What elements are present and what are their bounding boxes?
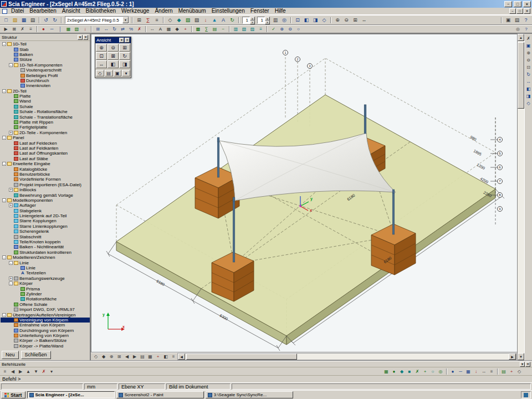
ucs-icon[interactable]: +	[181, 26, 190, 33]
vp-wireframe-icon[interactable]: ◇	[92, 354, 100, 360]
command-input[interactable]	[21, 376, 532, 382]
expander-icon[interactable]: -	[2, 255, 6, 259]
tree-item-bertragen-aufteilen-vereinigen[interactable]: -Übertragen/Aufteilen/Vereinigen	[1, 312, 90, 317]
menu-item-datei[interactable]: Datei	[8, 8, 27, 14]
mdi-document-icon[interactable]	[2, 9, 7, 14]
vp-grid-icon[interactable]: ▦	[146, 354, 154, 360]
column-icon[interactable]: │	[56, 26, 64, 33]
delete-icon[interactable]: ✗	[135, 26, 144, 33]
vp-prev-view-icon[interactable]: ◀	[123, 354, 131, 360]
context-help-icon[interactable]: ?	[522, 26, 530, 33]
expander-icon[interactable]: -	[9, 261, 13, 265]
clean-model-icon[interactable]: ○	[294, 26, 303, 33]
beam-icon[interactable]: ─	[48, 26, 56, 33]
minimize-icon[interactable]: −	[504, 1, 512, 7]
select-pointer-icon[interactable]: ▶	[2, 26, 10, 33]
menu-item-ansicht[interactable]: Ansicht	[59, 8, 83, 14]
expander-icon[interactable]: -	[2, 136, 6, 140]
expander-icon[interactable]: -	[2, 42, 6, 46]
snap-tangent-icon[interactable]: ○	[429, 368, 437, 375]
expander-icon[interactable]: +	[9, 277, 13, 280]
palette-dropdown-icon[interactable]: ▼	[119, 38, 124, 43]
engineering-report-icon[interactable]: ≡	[152, 16, 161, 24]
vp-shaded-icon[interactable]: ◆	[100, 354, 108, 360]
close-button[interactable]: Schließen	[21, 351, 51, 359]
activity-level-spinner[interactable]: 1▲▼	[242, 17, 255, 24]
horizontal-scroll-thumb[interactable]	[186, 354, 297, 360]
tree-item-vereinigung-von-k-rpern[interactable]: Vereinigung von Körpern	[1, 318, 90, 323]
snap-mode-icon[interactable]: ◆	[173, 26, 181, 33]
scroll-left-icon[interactable]: ◀	[178, 354, 185, 360]
zoom-out-icon[interactable]: ⊖	[108, 44, 119, 52]
tree-item-bema-ungswerkzeuge[interactable]: +Bemaßungswerkzeuge	[1, 276, 90, 281]
tree-item-durchbruch[interactable]: Durchbruch	[1, 78, 90, 83]
copy-picture-icon[interactable]: ▣	[114, 70, 122, 76]
tree-item-st-tze[interactable]: Stütze	[1, 57, 90, 62]
layer-manager-icon[interactable]: ▤	[500, 368, 508, 375]
tree-item-schale[interactable]: Schale	[1, 104, 90, 109]
menu-item-fenster[interactable]: Fenster	[248, 8, 272, 14]
horizontal-scrollbar[interactable]: ◀ ▶	[177, 353, 516, 360]
menu-item-men-baum[interactable]: Menübaum	[176, 8, 209, 14]
menu-item-hilfe[interactable]: Hilfe	[272, 8, 289, 14]
scale-icon[interactable]: %	[127, 26, 135, 33]
tree-item-durchdringung-von-k-rpern[interactable]: Durchdringung von Körpern	[1, 328, 90, 332]
snap-midpoint-icon[interactable]: ◆	[398, 368, 406, 375]
plate-icon[interactable]: ▦	[64, 26, 73, 33]
print-view-icon[interactable]: ▤	[105, 70, 113, 76]
connect-members-icon[interactable]: ⊕	[278, 26, 286, 33]
menu-item-werkzeuge[interactable]: Werkzeuge	[119, 8, 152, 14]
filter-beams-icon[interactable]: ─	[457, 368, 464, 375]
tree-item-linie[interactable]: Linie	[1, 265, 90, 270]
tree-item-schale-translationsfl-che[interactable]: Schale - Translationsfläche	[1, 114, 90, 119]
tree-item-unterteilung-von-k-rpern[interactable]: Unterteilung von Körpern	[1, 333, 90, 338]
rotate-view-icon[interactable]: ↻	[119, 52, 130, 60]
horizontal-scroll-track[interactable]	[297, 354, 509, 360]
vp-next-view-icon[interactable]: ▶	[131, 354, 139, 360]
combo-dropdown-icon[interactable]: ▼	[122, 17, 129, 23]
view-top-icon[interactable]: ◨	[119, 60, 130, 68]
dock-close-icon[interactable]: ✗	[525, 35, 532, 42]
help-icon[interactable]: ?	[521, 16, 530, 24]
view-front-icon[interactable]: ◧	[302, 16, 311, 24]
preview-icon[interactable]: ▨	[248, 26, 257, 33]
tree-item-scherengelenk[interactable]: Scherengelenk	[1, 229, 90, 234]
expander-icon[interactable]: +	[9, 203, 13, 207]
cmd-next-icon[interactable]: ▶	[17, 368, 24, 375]
tree-item-benutzerbl-cke[interactable]: Benutzerblöcke	[1, 172, 90, 177]
viewport-3d[interactable]: 6180 6300 6180 6180 980 1895 1200 4200 2…	[91, 34, 517, 352]
maximize-icon[interactable]: □	[514, 1, 521, 7]
ucs-manager-icon[interactable]: +	[508, 368, 515, 375]
tree-item-projekt-importieren-esa-datei[interactable]: Projekt importieren (ESA-Datei)	[1, 182, 90, 187]
show-loads-icon[interactable]: ↓	[201, 16, 210, 24]
dock-zoom-all-icon[interactable]: ⊡	[525, 64, 532, 70]
tree-item-stab[interactable]: Stab	[1, 47, 90, 52]
tree-item-erweiterte-eingabe[interactable]: -Erweiterte Eingabe	[1, 161, 90, 166]
tree-item-innenknoten[interactable]: Innenknoten	[1, 83, 90, 88]
cmd-clear-icon[interactable]: ✗	[40, 368, 48, 375]
scroll-right-icon[interactable]: ▶	[509, 354, 516, 360]
layer-filter-icon[interactable]: ▥	[271, 16, 280, 24]
vp-perspective-icon[interactable]: ◧	[162, 354, 170, 360]
check-structure-icon[interactable]: ✓	[269, 26, 278, 33]
redo-icon[interactable]: ↻	[50, 16, 59, 24]
dot-grid-icon[interactable]: ▦	[165, 26, 173, 33]
load-icon[interactable]: ↓	[81, 26, 89, 33]
print-icon[interactable]: ▤	[28, 16, 37, 24]
vertical-scroll-thumb[interactable]	[518, 42, 524, 109]
tree-item-modellkomponenten[interactable]: -Modellkomponenten	[1, 198, 90, 203]
deselect-all-icon[interactable]: ✗	[18, 26, 27, 33]
befehlszeile-header[interactable]: Befehlszeile ▾ ✕	[0, 361, 532, 367]
tree-item-auflager[interactable]: +Auflager	[1, 203, 90, 208]
zoom-in-icon[interactable]: ⊕	[333, 16, 342, 24]
dock-perspective-icon[interactable]: ◇	[525, 100, 532, 106]
tree-item-2d-teile-komponenten[interactable]: +2D-Teile - Komponenten	[1, 130, 90, 135]
title-bar[interactable]: Scia Engineer - [2xSegel A=45m2 Flieg.0.…	[0, 0, 532, 8]
snap-endpoint-icon[interactable]: ■	[406, 368, 413, 375]
disconnect-members-icon[interactable]: ⊖	[286, 26, 294, 33]
tree-item-voutenquerschnitt[interactable]: Voutenquerschnitt	[1, 68, 90, 73]
dock-pan-icon[interactable]: ↔	[525, 78, 532, 85]
status-doc-mode[interactable]: Bild im Dokument	[166, 383, 231, 390]
view-settings-icon[interactable]: ▾	[122, 70, 130, 76]
snap-node-icon[interactable]: ●	[390, 368, 398, 375]
